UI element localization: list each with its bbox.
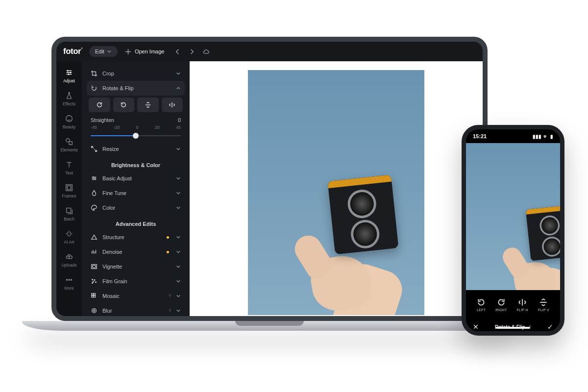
help-icon[interactable]: ?: [169, 308, 171, 313]
svg-rect-19: [94, 295, 96, 297]
section-advanced-edits: Advanced Edits: [87, 215, 185, 230]
svg-rect-17: [94, 294, 96, 295]
edit-label: Edit: [95, 49, 104, 54]
chevron-down-icon: [176, 235, 181, 240]
rail-label: AI Art: [56, 240, 82, 245]
triangle-icon: [91, 234, 98, 241]
svg-rect-4: [67, 186, 71, 189]
panel-resize[interactable]: Resize: [87, 142, 185, 156]
rail-frames[interactable]: Frames: [56, 180, 82, 201]
svg-point-6: [66, 279, 67, 280]
svg-point-8: [71, 279, 72, 280]
rail-elements[interactable]: Elements: [56, 134, 82, 155]
dots-icon: [65, 275, 74, 284]
panel-color[interactable]: Color: [87, 200, 185, 215]
phone-frame: 15:21 ▮▮▮ ᯤ ▮ LEFT RIGHT FLIP H FLIP V: [462, 125, 564, 336]
chevron-up-icon: [176, 86, 181, 91]
chevron-down-icon: [176, 294, 181, 298]
panel-rotate-flip[interactable]: Rotate & Flip: [87, 81, 185, 96]
svg-point-21: [93, 310, 95, 312]
edit-dropdown[interactable]: Edit: [89, 46, 118, 57]
laptop-notch: [235, 321, 304, 326]
rail-uploads[interactable]: Uploads: [56, 249, 82, 270]
pro-dot-icon: [167, 236, 169, 239]
svg-point-15: [92, 283, 93, 284]
rail-text[interactable]: Text: [56, 157, 82, 178]
chevron-down-icon: [176, 264, 181, 269]
panel-fine-tune[interactable]: Fine Tune: [87, 186, 185, 200]
rail-label: Uploads: [56, 263, 82, 268]
svg-rect-16: [92, 294, 94, 295]
phone-tools: LEFT RIGHT FLIP H FLIP V: [466, 290, 560, 318]
topbar: fotor° Edit Open Image: [56, 42, 483, 61]
cloud-icon[interactable]: [202, 48, 210, 55]
rail-more[interactable]: More: [56, 272, 82, 294]
rail-beauty[interactable]: Beauty: [56, 111, 82, 132]
slider-ticks: -45 -20 0 20 45: [91, 125, 181, 130]
tool-label: RIGHT: [495, 308, 507, 312]
forward-icon[interactable]: [188, 48, 196, 55]
rotate-cw-button[interactable]: [89, 98, 110, 112]
chevron-down-icon: [176, 176, 181, 181]
slider-fill: [91, 135, 136, 136]
crop-icon: [91, 70, 98, 77]
phone-confirm-button[interactable]: ✓: [547, 323, 553, 331]
rail-label: Effects: [56, 101, 82, 106]
rail-batch[interactable]: Batch: [56, 203, 82, 224]
row-label: Vignette: [102, 264, 171, 270]
main: Adjust Effects Beauty Elements Text: [56, 61, 483, 316]
phone-photo[interactable]: [466, 143, 560, 290]
rail-label: More: [56, 286, 82, 291]
panel-crop[interactable]: Crop: [87, 66, 185, 81]
resize-icon: [91, 146, 98, 152]
frame-icon: [65, 183, 74, 192]
panel-structure[interactable]: Structure: [87, 230, 185, 245]
chevron-down-icon: [176, 71, 181, 76]
flip-vertical-button[interactable]: [137, 98, 159, 112]
flip-horizontal-button[interactable]: [162, 98, 183, 112]
svg-point-14: [96, 282, 97, 283]
adjust-panel: Crop Rotate & Flip Straighten: [82, 61, 190, 316]
tool-label: FLIP V: [538, 308, 549, 312]
rail-label: Frames: [56, 194, 82, 198]
chevron-down-icon: [176, 279, 181, 284]
rotate-ccw-icon: [477, 298, 486, 307]
rail-effects[interactable]: Effects: [56, 88, 82, 109]
rotate-flip-buttons: [87, 96, 185, 113]
help-icon[interactable]: ?: [169, 294, 171, 298]
canvas[interactable]: [190, 61, 483, 316]
row-label: Denoise: [102, 249, 162, 255]
photo-hand: [272, 197, 400, 315]
flask-icon: [65, 91, 74, 100]
slider-thumb[interactable]: [133, 133, 139, 139]
logo-mark: °: [81, 47, 82, 51]
panel-mosaic[interactable]: Mosaic ?: [87, 289, 185, 303]
tick: 20: [155, 125, 160, 130]
chevron-down-icon: [107, 49, 112, 54]
rotate-cw-icon: [497, 298, 506, 307]
open-image-button[interactable]: Open Image: [124, 48, 165, 55]
phone-cancel-button[interactable]: ✕: [473, 323, 479, 331]
chevron-down-icon: [176, 147, 181, 151]
phone-flip-v-button[interactable]: FLIP V: [538, 298, 549, 312]
photo[interactable]: [248, 70, 424, 315]
phone-rotate-right-button[interactable]: RIGHT: [495, 298, 507, 312]
panel-film-grain[interactable]: Film Grain: [87, 274, 185, 289]
battery-icon: ▮: [550, 134, 553, 139]
rotate-ccw-button[interactable]: [113, 98, 135, 112]
panel-blur[interactable]: Blur ?: [87, 303, 185, 316]
tool-label: FLIP H: [516, 308, 528, 312]
panel-denoise[interactable]: Denoise: [87, 245, 185, 259]
panel-basic-adjust[interactable]: Basic Adjust: [87, 171, 185, 186]
left-rail: Adjust Effects Beauty Elements Text: [56, 61, 82, 316]
back-icon[interactable]: [174, 48, 181, 55]
straighten-slider[interactable]: [91, 132, 181, 140]
phone-rotate-left-button[interactable]: LEFT: [477, 298, 486, 312]
panel-vignette[interactable]: Vignette: [87, 259, 185, 274]
wifi-icon: ᯤ: [543, 134, 548, 139]
rail-ai-art[interactable]: AI Art: [56, 226, 82, 247]
phone-flip-h-button[interactable]: FLIP H: [516, 298, 528, 312]
rotate-icon: [91, 85, 98, 92]
section-brightness-color: Brightness & Color: [87, 156, 185, 171]
rail-adjust[interactable]: Adjust: [56, 65, 82, 86]
